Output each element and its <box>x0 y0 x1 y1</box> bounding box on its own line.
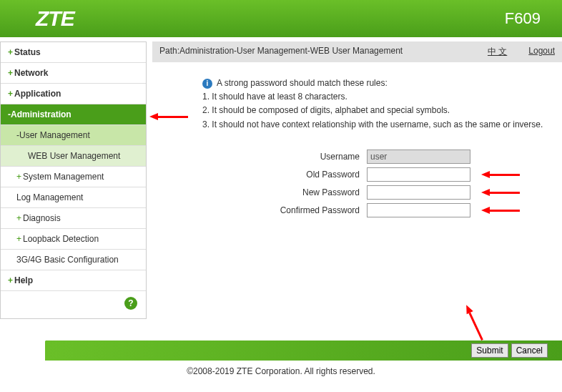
sidebar-label-status: Status <box>14 47 41 57</box>
model-label: F609 <box>505 9 541 28</box>
sidebar-label-log-mgmt: Log Management <box>16 192 83 202</box>
pathbar: Path:Administration-User Management-WEB … <box>152 41 562 62</box>
arrow-icon <box>481 202 520 217</box>
breadcrumb: Path:Administration-User Management-WEB … <box>159 46 403 56</box>
sidebar-item-help[interactable]: +Help <box>1 270 146 291</box>
header: ZTE F609 <box>0 0 562 37</box>
copyright: ©2008-2019 ZTE Corporation. All rights r… <box>0 361 562 382</box>
info-rule3: 3. It should not have context relationsh… <box>202 118 548 132</box>
sidebar-label-application: Application <box>14 89 61 99</box>
footer-bar: Submit Cancel <box>0 340 562 361</box>
info-icon: i <box>202 79 212 89</box>
cancel-button[interactable]: Cancel <box>511 343 548 358</box>
confirm-password-label: Confirmed Password <box>152 205 367 215</box>
submit-button[interactable]: Submit <box>471 343 508 358</box>
sidebar-item-3g4g[interactable]: 3G/4G Basic Configuration <box>1 250 146 270</box>
info-block: iA strong password should match these ru… <box>152 62 562 139</box>
sidebar-item-status[interactable]: +Status <box>1 42 146 63</box>
sidebar-item-loopback[interactable]: +Loopback Detection <box>1 229 146 250</box>
sidebar-item-application[interactable]: +Application <box>1 84 146 104</box>
sidebar-item-log-management[interactable]: Log Management <box>1 187 146 208</box>
new-password-label: New Password <box>152 187 367 197</box>
sidebar-item-diagnosis[interactable]: +Diagnosis <box>1 208 146 229</box>
content: Path:Administration-User Management-WEB … <box>152 41 562 319</box>
sidebar-label-help: Help <box>14 275 33 285</box>
arrow-icon <box>481 185 520 200</box>
language-link[interactable]: 中 文 <box>488 46 507 58</box>
info-rule1: 1. It should have at least 8 characters. <box>202 90 548 104</box>
sidebar-item-network[interactable]: +Network <box>1 63 146 84</box>
sidebar-item-web-user-management[interactable]: WEB User Management <box>1 146 146 167</box>
arrow-icon <box>149 109 188 124</box>
arrow-icon <box>481 167 520 182</box>
new-password-field[interactable] <box>367 185 470 200</box>
sidebar-label-user-mgmt: -User Management <box>16 130 90 140</box>
logo: ZTE <box>36 6 74 31</box>
username-field <box>367 150 470 164</box>
sidebar-label-diagnosis: Diagnosis <box>23 213 61 223</box>
sidebar-label-administration: Administration <box>11 109 72 119</box>
sidebar-item-system-management[interactable]: +System Management <box>1 167 146 187</box>
sidebar-item-user-management[interactable]: -User Management <box>1 125 146 146</box>
help-badge[interactable]: ? <box>1 291 146 318</box>
info-title: A strong password should match these rul… <box>217 78 388 88</box>
sidebar: +Status +Network +Application -Administr… <box>0 41 147 319</box>
username-label: Username <box>152 152 367 162</box>
old-password-label: Old Password <box>152 170 367 180</box>
form-area: Username Old Password New Password Confi… <box>152 139 562 235</box>
confirm-password-field[interactable] <box>367 203 470 217</box>
info-rule2: 2. It should be composed of digits, alph… <box>202 104 548 117</box>
question-icon: ? <box>124 297 137 310</box>
logout-link[interactable]: Logout <box>528 46 555 58</box>
sidebar-label-loopback: Loopback Detection <box>23 234 99 244</box>
sidebar-label-3g4g: 3G/4G Basic Configuration <box>16 255 119 265</box>
old-password-field[interactable] <box>367 167 470 182</box>
sidebar-item-administration[interactable]: -Administration <box>1 104 146 125</box>
sidebar-label-system-mgmt: System Management <box>23 172 104 182</box>
sidebar-label-network: Network <box>14 68 48 78</box>
sidebar-label-web-user-mgmt: WEB User Management <box>28 151 120 161</box>
